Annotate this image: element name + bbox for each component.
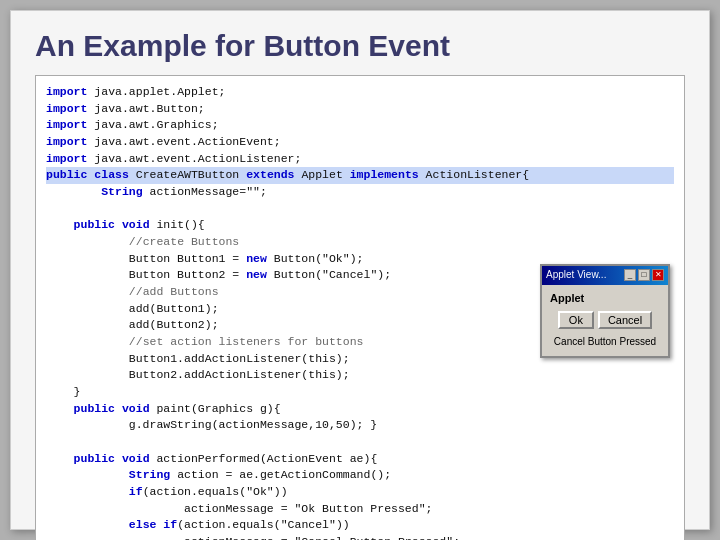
code-line: if(action.equals("Ok")) — [46, 484, 674, 501]
applet-label: Applet — [550, 291, 660, 307]
applet-titlebar: Applet View... _ □ ✕ — [542, 266, 668, 285]
code-line: import java.awt.Button; — [46, 101, 674, 118]
code-line: public class CreateAWTButton extends App… — [46, 167, 674, 184]
code-line: import java.applet.Applet; — [46, 84, 674, 101]
code-line — [46, 201, 674, 218]
applet-window: Applet View... _ □ ✕ Applet Ok Cancel Ca… — [540, 264, 670, 358]
code-line: String action = ae.getActionCommand(); — [46, 467, 674, 484]
code-line: import java.awt.event.ActionEvent; — [46, 134, 674, 151]
slide: An Example for Button Event import java.… — [10, 10, 710, 530]
code-line: g.drawString(actionMessage,10,50); } — [46, 417, 674, 434]
applet-buttons-row: Ok Cancel — [550, 311, 660, 329]
code-line: import java.awt.event.ActionListener; — [46, 151, 674, 168]
slide-title: An Example for Button Event — [35, 29, 685, 63]
applet-close-button[interactable]: ✕ — [652, 269, 664, 281]
applet-maximize-button[interactable]: □ — [638, 269, 650, 281]
code-line: actionMessage = "Ok Button Pressed"; — [46, 501, 674, 518]
code-line — [46, 434, 674, 451]
applet-minimize-button[interactable]: _ — [624, 269, 636, 281]
code-line: public void init(){ — [46, 217, 674, 234]
code-line: //create Buttons — [46, 234, 674, 251]
code-line: public void paint(Graphics g){ — [46, 401, 674, 418]
code-line: else if(action.equals("Cancel")) — [46, 517, 674, 534]
code-line: String actionMessage=""; — [46, 184, 674, 201]
applet-body: Applet Ok Cancel Cancel Button Pressed — [542, 285, 668, 356]
code-line: import java.awt.Graphics; — [46, 117, 674, 134]
applet-status: Cancel Button Pressed — [550, 335, 660, 350]
applet-title: Applet View... — [546, 268, 606, 283]
code-line: } — [46, 384, 674, 401]
applet-cancel-button[interactable]: Cancel — [598, 311, 652, 329]
applet-ok-button[interactable]: Ok — [558, 311, 594, 329]
code-area: import java.applet.Applet;import java.aw… — [35, 75, 685, 540]
applet-titlebar-buttons: _ □ ✕ — [624, 269, 664, 281]
code-line: actionMessage = "Cancel Button Pressed"; — [46, 534, 674, 540]
code-line: public void actionPerformed(ActionEvent … — [46, 451, 674, 468]
code-line: Button2.addActionListener(this); — [46, 367, 674, 384]
